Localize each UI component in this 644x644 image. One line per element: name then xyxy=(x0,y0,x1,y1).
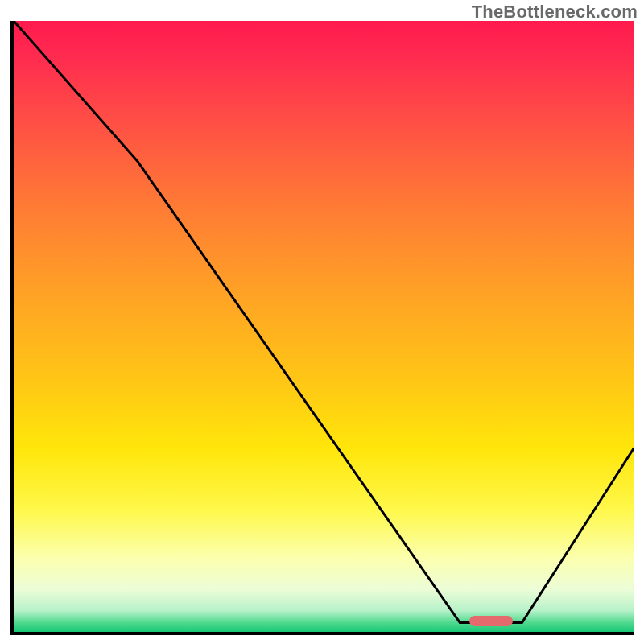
bottleneck-curve xyxy=(14,21,634,632)
optimal-range-marker xyxy=(469,616,513,627)
watermark-text: TheBottleneck.com xyxy=(472,2,638,23)
plot-area xyxy=(10,21,634,635)
